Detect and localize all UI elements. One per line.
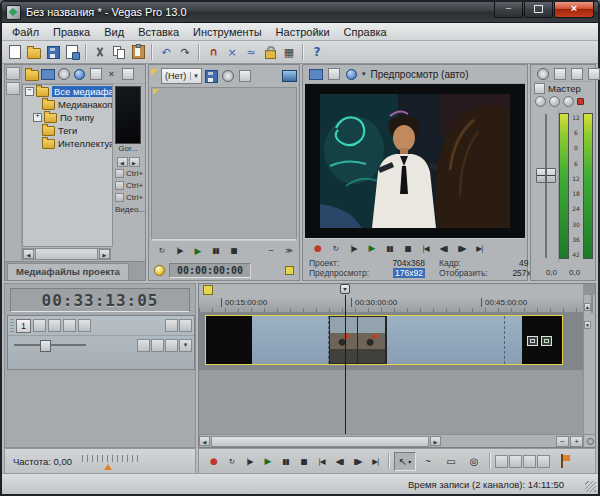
- tab-project-media[interactable]: Медиафайлы проекта: [7, 263, 129, 280]
- remove-media-button[interactable]: ×: [104, 67, 119, 81]
- zoom-out-button[interactable]: −: [556, 436, 569, 447]
- insert-fx-button[interactable]: [552, 67, 567, 81]
- stop-button[interactable]: ■: [399, 240, 416, 256]
- trimmer-remove-button[interactable]: −: [262, 243, 279, 259]
- video-track-lane[interactable]: [199, 312, 583, 370]
- trimmer-play-button[interactable]: ▶: [189, 243, 206, 259]
- master-bus-header[interactable]: Мастер: [534, 82, 581, 95]
- marker-icon[interactable]: [285, 266, 294, 275]
- slider-handle[interactable]: [40, 340, 51, 352]
- enable-snapping-button[interactable]: [495, 455, 508, 468]
- timeline-vscrollbar[interactable]: ▲ ▼: [583, 295, 595, 434]
- edit-cursor[interactable]: [345, 295, 346, 434]
- lock-envelopes-button[interactable]: [261, 44, 279, 61]
- trimmer-settings-button[interactable]: [238, 69, 253, 83]
- scrollbar-thumb[interactable]: [35, 248, 98, 260]
- zoom-tool-corner[interactable]: [583, 434, 595, 447]
- track-drag-handle[interactable]: [10, 319, 14, 332]
- scroll-right-icon[interactable]: ▶: [430, 436, 441, 446]
- expand-icon[interactable]: +: [33, 113, 42, 122]
- trimmer-pause-button[interactable]: ▮▮: [207, 243, 224, 259]
- scroll-left-icon[interactable]: ◀: [117, 157, 128, 167]
- next-frame-button[interactable]: ▮▶: [349, 453, 366, 469]
- enable-snapping-button[interactable]: ∪: [204, 44, 222, 61]
- zoom-in-button[interactable]: +: [570, 436, 583, 447]
- record-button[interactable]: ●: [309, 240, 326, 256]
- scrollbar-thumb[interactable]: [591, 294, 593, 313]
- solo-button[interactable]: [179, 319, 192, 332]
- normal-edit-tool-button[interactable]: ↖ ▾: [394, 452, 416, 471]
- scroll-left-icon[interactable]: ◀: [23, 249, 34, 259]
- shortcut-row[interactable]: Ctrl+: [113, 180, 143, 191]
- play-button[interactable]: ▶: [259, 453, 276, 469]
- auto-crossfades-button[interactable]: ×: [223, 44, 241, 61]
- go-to-end-button[interactable]: ▶|: [471, 240, 488, 256]
- menu-tools[interactable]: Инструменты: [186, 25, 269, 39]
- envelope-tool-button[interactable]: ~: [417, 452, 439, 471]
- master-fader[interactable]: [533, 110, 559, 262]
- title-bar[interactable]: Без названия * - Vegas Pro 13.0 – ×: [2, 2, 598, 23]
- play-button[interactable]: ▶: [363, 240, 380, 256]
- loop-playback-button[interactable]: ↻: [327, 240, 344, 256]
- track-level-slider[interactable]: [14, 339, 86, 351]
- ignore-grouping-button[interactable]: ▦: [280, 44, 298, 61]
- clip-selector-dropdown[interactable]: (Нет) ▾: [161, 68, 202, 84]
- timeline-empty-area[interactable]: [199, 370, 583, 434]
- snapshot-button[interactable]: [326, 67, 341, 81]
- timeline-timecode-display[interactable]: 00:33:13:05: [10, 288, 190, 312]
- scroll-right-icon[interactable]: ▶: [129, 157, 140, 167]
- dim-knob-icon[interactable]: [549, 96, 560, 107]
- redo-button[interactable]: ↷: [176, 44, 194, 61]
- timeline-marker-icon[interactable]: [203, 285, 213, 295]
- timeline-hscrollbar[interactable]: ◀ ▶ − +: [199, 434, 583, 447]
- media-views-button[interactable]: [120, 67, 135, 81]
- automation-settings-button[interactable]: [78, 319, 91, 332]
- track-motion-button[interactable]: [48, 319, 61, 332]
- trimmer-timecode[interactable]: 00:00:00:00: [169, 263, 251, 278]
- paste-button[interactable]: [129, 44, 147, 61]
- cursor-handle[interactable]: [340, 284, 350, 294]
- undo-button[interactable]: ↶: [157, 44, 175, 61]
- event-fx-icon[interactable]: [541, 336, 552, 346]
- dock-pin-icon[interactable]: [6, 67, 20, 80]
- scroll-up-icon[interactable]: ▲: [584, 303, 591, 311]
- capture-video-button[interactable]: [40, 67, 55, 81]
- menu-insert[interactable]: Вставка: [131, 25, 186, 39]
- tree-item-smart-bins[interactable]: Интеллектуаль: [31, 137, 112, 150]
- master-meters[interactable]: 12 6 0 6 12 18 24 30 36 42: [559, 110, 593, 262]
- zoom-tool-button[interactable]: ◎: [463, 452, 485, 471]
- fader-handle-right[interactable]: [546, 168, 556, 183]
- collapse-icon[interactable]: −: [25, 87, 34, 96]
- stop-button[interactable]: ■: [295, 453, 312, 469]
- video-preview-screen[interactable]: [305, 84, 525, 238]
- shortcut-row[interactable]: Ctrl+: [113, 168, 143, 179]
- next-frame-button[interactable]: ▮▶: [453, 240, 470, 256]
- loop-playback-button[interactable]: ↻: [223, 453, 240, 469]
- record-button[interactable]: ●: [205, 453, 222, 469]
- event-pan-crop-icon[interactable]: [527, 336, 538, 346]
- lightbulb-icon[interactable]: [154, 265, 165, 276]
- trimmer-play-from-start-button[interactable]: |▶: [171, 243, 188, 259]
- menu-file[interactable]: Файл: [5, 25, 46, 39]
- trimmer-view[interactable]: [151, 87, 297, 240]
- preview-quality-label[interactable]: Предпросмотр (авто): [371, 69, 469, 80]
- import-media-button[interactable]: [24, 67, 39, 81]
- mute-button[interactable]: [165, 319, 178, 332]
- faders-view-button[interactable]: [586, 67, 600, 81]
- track-fx-button[interactable]: [63, 319, 76, 332]
- media-file-thumbnail[interactable]: [115, 86, 141, 144]
- trimmer-save-button[interactable]: [204, 69, 219, 83]
- menu-edit[interactable]: Правка: [46, 25, 97, 39]
- go-to-end-button[interactable]: ▶|: [367, 453, 384, 469]
- compositing-mode-button[interactable]: [137, 339, 150, 352]
- copy-button[interactable]: [110, 44, 128, 61]
- resize-grip[interactable]: [585, 481, 596, 492]
- trimmer-audio-button[interactable]: [221, 69, 236, 83]
- auto-crossfades-button[interactable]: [509, 455, 522, 468]
- save-button[interactable]: [44, 44, 62, 61]
- tree-item-by-type[interactable]: + По типу: [31, 111, 112, 124]
- downmix-knob-icon[interactable]: [535, 96, 546, 107]
- scrollbar-thumb[interactable]: [211, 436, 429, 447]
- play-from-start-button[interactable]: |▶: [241, 453, 258, 469]
- preview-quality-button[interactable]: [344, 67, 359, 81]
